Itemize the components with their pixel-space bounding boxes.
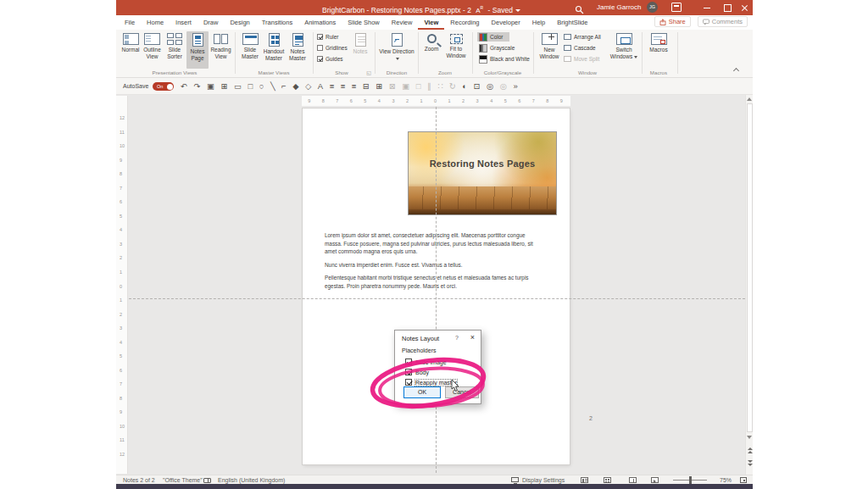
overflow-icon[interactable]: »: [514, 82, 518, 91]
horizontal-guide[interactable]: [129, 298, 745, 299]
vertical-scrollbar[interactable]: [745, 95, 753, 475]
picture-icon[interactable]: ⊡: [473, 82, 480, 91]
redo-icon[interactable]: ↷: [193, 82, 200, 91]
text-box-icon[interactable]: ▭: [234, 82, 242, 91]
show-dialog-launcher-icon[interactable]: ◱: [365, 69, 372, 76]
columns-icon[interactable]: ⊟: [363, 82, 370, 91]
slide-sorter-icon[interactable]: [604, 477, 611, 483]
guides-checkbox[interactable]: Guides: [317, 54, 343, 64]
gridlines-checkbox[interactable]: Gridlines: [317, 43, 348, 53]
help-icon[interactable]: ?: [455, 335, 459, 341]
ribbon-tab[interactable]: Draw: [198, 15, 225, 30]
eyedropper-icon[interactable]: ◎: [487, 82, 493, 91]
scroll-down-icon[interactable]: [747, 436, 752, 439]
close-button[interactable]: [735, 0, 753, 15]
ribbon-tab[interactable]: Recording: [444, 15, 485, 30]
ribbon-tab[interactable]: Animations: [298, 15, 342, 30]
view-direction-button[interactable]: View Direction: [379, 31, 415, 69]
color-button[interactable]: Color: [477, 32, 509, 42]
rectangle-icon[interactable]: □: [248, 82, 253, 91]
normal-view-icon[interactable]: [581, 477, 588, 483]
next-slide-button[interactable]: [746, 458, 753, 469]
user-name[interactable]: Jamie Garroch: [597, 0, 641, 15]
arrange-all-button[interactable]: Arrange All: [564, 32, 601, 42]
scrollbar-thumb[interactable]: [747, 103, 753, 432]
font-color-icon[interactable]: A: [318, 82, 323, 91]
new-slide-icon[interactable]: ▣: [207, 82, 214, 91]
notes-body-placeholder[interactable]: Lorem ipsum dolor sit amet, consectetuer…: [325, 231, 541, 296]
reading-view-icon[interactable]: [629, 477, 637, 483]
outline-view-button[interactable]: Outline View: [142, 31, 163, 69]
previous-slide-button[interactable]: [746, 446, 753, 456]
ribbon-display-options-icon[interactable]: [671, 3, 682, 12]
bring-forward-icon[interactable]: ⊞: [376, 82, 382, 91]
slide-master-button[interactable]: Slide Master: [239, 31, 261, 69]
ribbon-tab[interactable]: Review: [386, 15, 419, 30]
cascade-button[interactable]: Cascade: [564, 43, 596, 53]
align-objects-icon[interactable]: ∥: [427, 82, 431, 91]
align-left-icon[interactable]: ≡: [330, 82, 335, 91]
minimize-button[interactable]: [698, 0, 716, 15]
switch-windows-button[interactable]: Switch Windows: [609, 31, 638, 69]
autosave-toggle[interactable]: On: [153, 82, 174, 91]
saved-status[interactable]: - Saved: [488, 6, 513, 14]
undo-icon[interactable]: ↶: [181, 82, 187, 91]
ribbon-tab[interactable]: Developer: [486, 15, 526, 30]
slideshow-icon[interactable]: [651, 477, 659, 483]
fit-to-window-button[interactable]: Fit to Window: [443, 31, 469, 69]
close-icon[interactable]: ×: [470, 333, 475, 342]
share-button[interactable]: Share: [654, 16, 691, 27]
align-right-icon[interactable]: ≡: [352, 82, 357, 91]
comments-button[interactable]: Comments: [698, 16, 748, 27]
ribbon-tab[interactable]: Slide Show: [342, 15, 386, 30]
rotate-icon[interactable]: ↻: [449, 82, 456, 91]
shape-outline-icon[interactable]: ◇: [305, 82, 311, 91]
distribute-icon[interactable]: ∷: [437, 82, 442, 91]
ribbon-tab[interactable]: Transitions: [256, 15, 298, 30]
ok-button[interactable]: OK: [403, 386, 441, 398]
zoom-button[interactable]: Zoom: [421, 31, 442, 69]
scroll-up-icon[interactable]: [747, 97, 752, 101]
zoom-slider-thumb[interactable]: [689, 476, 692, 484]
cancel-button[interactable]: Cancel: [445, 386, 479, 398]
ribbon-tab[interactable]: View: [418, 15, 444, 30]
black-and-white-button[interactable]: Black and White: [477, 54, 531, 64]
group-icon[interactable]: ▣: [402, 82, 409, 91]
oval-icon[interactable]: ○: [259, 82, 264, 91]
handout-master-button[interactable]: Handout Master: [262, 31, 286, 69]
dialog-checkbox[interactable]: Slide image: [405, 357, 480, 367]
new-window-button[interactable]: New Window: [537, 31, 562, 69]
collapse-ribbon-icon[interactable]: [733, 67, 739, 73]
restore-button[interactable]: [718, 0, 737, 15]
grayscale-button[interactable]: Grayscale: [477, 43, 516, 53]
ribbon-tab[interactable]: Design: [224, 15, 255, 30]
ribbon-tab[interactable]: BrightSlide: [551, 15, 593, 30]
layout-icon[interactable]: ⊞: [220, 82, 227, 91]
vertical-guide[interactable]: [436, 107, 437, 473]
notes-master-button[interactable]: Notes Master: [287, 31, 309, 69]
reading-view-button[interactable]: Reading View: [209, 31, 232, 69]
ribbon-tab[interactable]: Help: [526, 15, 551, 30]
send-backward-icon[interactable]: ⊠: [389, 82, 396, 91]
ribbon-tab[interactable]: File: [119, 15, 141, 30]
ungroup-icon[interactable]: □: [416, 82, 421, 91]
merge-shapes-icon[interactable]: ◐: [462, 82, 467, 91]
slide-image-placeholder[interactable]: Restoring Notes Pages: [408, 131, 557, 215]
checkbox-icon: [317, 34, 323, 40]
ruler-checkbox[interactable]: Ruler: [317, 32, 339, 42]
slide-sorter-button[interactable]: Slide Sorter: [164, 31, 186, 69]
dialog-checkbox[interactable]: Body: [405, 367, 480, 377]
normal-view-button[interactable]: Normal: [120, 31, 141, 69]
ribbon-tab[interactable]: Insert: [170, 15, 198, 30]
more-tools-icon[interactable]: ◎: [500, 82, 507, 91]
fit-slide-icon[interactable]: [740, 477, 747, 483]
spellcheck-icon[interactable]: [203, 478, 211, 483]
align-center-icon[interactable]: ≡: [341, 82, 346, 91]
line-icon[interactable]: ╲: [270, 82, 275, 91]
notes-page-button[interactable]: Notes Page: [186, 31, 209, 69]
ribbon-tab[interactable]: Home: [141, 15, 170, 30]
shape-fill-icon[interactable]: ◆: [292, 82, 298, 91]
avatar[interactable]: JG: [647, 2, 658, 13]
connector-icon[interactable]: ⌐: [281, 82, 287, 91]
macros-button[interactable]: Macros: [647, 31, 670, 69]
